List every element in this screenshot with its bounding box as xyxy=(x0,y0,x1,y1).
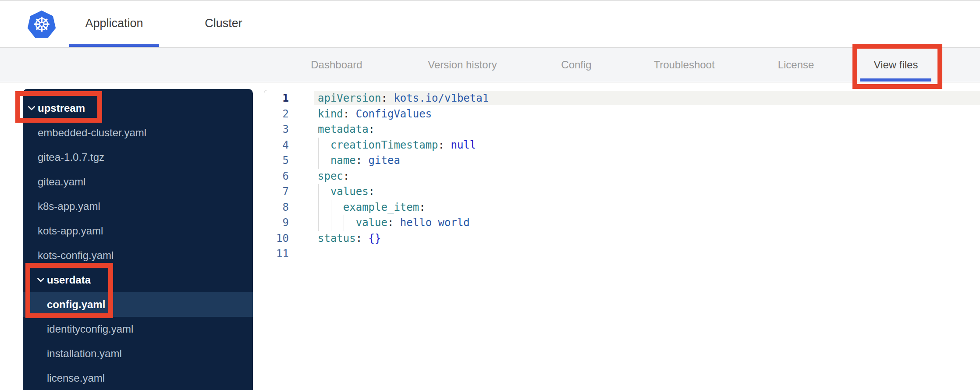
code-line-text: example_item: xyxy=(318,200,426,216)
code-token-value: gitea xyxy=(369,154,400,167)
code-token-atom: {} xyxy=(369,232,381,245)
code-line: 5 name: gitea xyxy=(265,153,980,169)
window-top-edge xyxy=(0,0,980,1)
subnav-tab-label: Dashboard xyxy=(311,59,362,71)
chevron-down-icon[interactable] xyxy=(28,106,36,111)
indent-guide xyxy=(318,215,319,231)
line-number: 2 xyxy=(265,106,289,122)
code-line-text: name: gitea xyxy=(318,153,400,169)
code-line: 1apiVersion: kots.io/v1beta1 xyxy=(265,91,980,106)
code-line-text: creationTimestamp: null xyxy=(318,138,476,153)
code-token-plain: : xyxy=(419,201,425,213)
line-number: 7 xyxy=(265,184,289,200)
subnav-tab-view-files[interactable]: View files xyxy=(874,48,918,82)
code-token-key: name xyxy=(330,154,356,167)
code-line-text: kind: ConfigValues xyxy=(318,106,432,122)
subnav-tab-license[interactable]: License xyxy=(778,48,814,82)
code-line: 6spec: xyxy=(265,169,980,184)
file-item-gitea-1-0-7-tgz[interactable]: gitea-1.0.7.tgz xyxy=(23,145,253,170)
code-token-plain xyxy=(318,201,343,213)
code-token-plain: : xyxy=(387,216,400,229)
tree-item-label: userdata xyxy=(47,274,91,286)
code-token-plain: : xyxy=(369,185,375,198)
file-item-license-yaml[interactable]: license.yaml xyxy=(23,366,253,390)
file-content-viewer[interactable]: 1apiVersion: kots.io/v1beta12kind: Confi… xyxy=(264,90,980,390)
code-token-plain xyxy=(318,154,330,167)
subnav-tab-config[interactable]: Config xyxy=(561,48,591,82)
indent-guide xyxy=(318,184,319,200)
line-number: 9 xyxy=(265,215,289,231)
indent-guide xyxy=(331,215,331,231)
active-tab-underline xyxy=(69,44,159,47)
code-token-plain: : xyxy=(381,92,394,104)
code-token-key: apiVersion xyxy=(318,92,381,104)
app-header: ☸ ApplicationCluster Management xyxy=(0,0,980,48)
file-item-gitea-yaml[interactable]: gitea.yaml xyxy=(23,170,253,194)
subnav-tab-troubleshoot[interactable]: Troubleshoot xyxy=(653,48,714,82)
kots-admin-console: { "header": { "logo": "kubernetes-logo",… xyxy=(0,0,980,390)
header-tab-cluster-management[interactable]: Cluster Management xyxy=(171,0,276,47)
tree-item-label: config.yaml xyxy=(47,298,105,310)
tree-item-label: gitea-1.0.7.tgz xyxy=(38,151,104,163)
chevron-down-icon[interactable] xyxy=(37,277,45,283)
tree-item-label: gitea.yaml xyxy=(38,176,85,188)
code-line-text: apiVersion: kots.io/v1beta1 xyxy=(318,91,489,106)
file-item-embedded-cluster-yaml[interactable]: embedded-cluster.yaml xyxy=(23,121,253,145)
app-subnav: DashboardVersion historyConfigTroublesho… xyxy=(0,47,980,82)
kubernetes-logo-icon[interactable]: ☸ xyxy=(27,11,56,39)
code-token-plain: : xyxy=(438,139,451,151)
code-token-key: metadata xyxy=(318,123,369,135)
indent-guide xyxy=(318,138,319,153)
file-item-kots-config-yaml[interactable]: kots-config.yaml xyxy=(23,243,253,268)
subnav-tab-dashboard[interactable]: Dashboard xyxy=(311,48,362,82)
code-line: 9 value: hello world xyxy=(265,215,980,231)
file-tree-sidebar: upstreamembedded-cluster.yamlgitea-1.0.7… xyxy=(23,89,253,390)
code-token-plain xyxy=(318,185,330,198)
code-token-value: kots.io/v1beta1 xyxy=(394,92,489,104)
subnav-tab-label: View files xyxy=(874,59,918,71)
tree-item-label: installation.yaml xyxy=(47,347,122,359)
line-number: 5 xyxy=(265,153,289,169)
file-item-k8s-app-yaml[interactable]: k8s-app.yaml xyxy=(23,194,253,219)
indent-guide xyxy=(331,200,331,216)
subnav-tab-version-history[interactable]: Version history xyxy=(428,48,497,82)
file-item-installation-yaml[interactable]: installation.yaml xyxy=(23,341,253,366)
tree-item-label: kots-config.yaml xyxy=(38,249,114,261)
code-token-key: values xyxy=(330,185,369,198)
line-number: 1 xyxy=(265,91,289,106)
kubernetes-wheel-icon: ☸ xyxy=(32,14,50,35)
subnav-tab-label: Version history xyxy=(428,59,497,71)
active-subnav-underline xyxy=(860,78,931,82)
code-token-key: value xyxy=(356,216,387,229)
code-token-atom: null xyxy=(451,139,476,151)
file-item-identityconfig-yaml[interactable]: identityconfig.yaml xyxy=(23,317,253,341)
code-line: 7 values: xyxy=(265,184,980,200)
line-number: 6 xyxy=(265,169,289,184)
file-item-kots-app-yaml[interactable]: kots-app.yaml xyxy=(23,219,253,243)
header-tab-application[interactable]: Application xyxy=(69,0,159,47)
code-token-plain: : xyxy=(356,154,369,167)
subnav-tab-label: License xyxy=(778,59,814,71)
tree-item-label: upstream xyxy=(38,102,85,114)
code-token-value: ConfigValues xyxy=(356,108,432,120)
kubernetes-heptagon: ☸ xyxy=(27,11,56,39)
folder-item-userdata[interactable]: userdata xyxy=(23,268,253,292)
code-token-key: status xyxy=(318,232,356,245)
code-token-plain: : xyxy=(369,123,375,135)
indent-guide xyxy=(318,153,319,169)
code-token-plain xyxy=(318,139,330,151)
code-line-text: values: xyxy=(318,184,375,200)
tree-item-label: embedded-cluster.yaml xyxy=(38,127,146,138)
tree-item-label: kots-app.yaml xyxy=(38,225,103,237)
code-token-key: creationTimestamp xyxy=(330,139,438,151)
subnav-tab-label: Troubleshoot xyxy=(653,59,714,71)
code-line: 10status: {} xyxy=(265,231,980,247)
code-line: 3metadata: xyxy=(265,122,980,138)
code-token-key: kind xyxy=(318,108,343,120)
code-token-key: spec xyxy=(318,170,343,182)
code-token-plain: : xyxy=(343,170,349,182)
file-item-config-yaml[interactable]: config.yaml xyxy=(23,292,253,317)
code-line: 2kind: ConfigValues xyxy=(265,106,980,122)
file-tree: upstreamembedded-cluster.yamlgitea-1.0.7… xyxy=(23,96,253,390)
folder-item-upstream[interactable]: upstream xyxy=(23,96,253,121)
